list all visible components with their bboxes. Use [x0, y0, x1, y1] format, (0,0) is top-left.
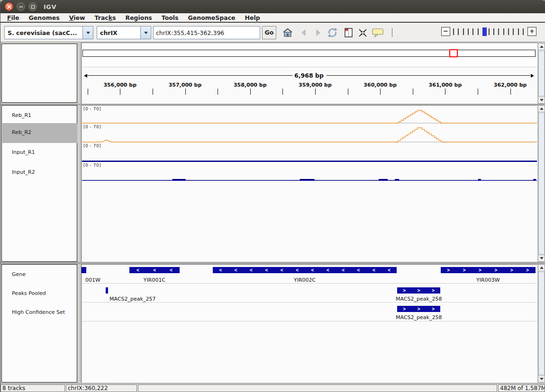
scrollbar-thumb[interactable]: [538, 113, 545, 254]
zoom-slider[interactable]: − +: [440, 27, 540, 37]
feature-name-label: 001W: [85, 277, 100, 283]
refresh-icon[interactable]: [327, 27, 338, 38]
signal-track-input_r2[interactable]: [0 - 70]: [82, 162, 537, 181]
zoom-slider-tick: [518, 28, 519, 35]
feature-macs2_peak_258[interactable]: >>>: [397, 287, 440, 294]
feature-macs2_peak_257[interactable]: [106, 287, 108, 294]
zoom-slider-tick: [523, 28, 524, 35]
strand-arrow-icon: <: [265, 267, 268, 273]
track-label-input_r1[interactable]: Input_R1: [2, 143, 77, 163]
ruler-tick-mark: [413, 89, 413, 95]
minimize-icon[interactable]: [17, 2, 25, 11]
strand-arrow-icon: <: [153, 267, 156, 273]
go-button[interactable]: Go: [262, 26, 276, 39]
zoom-out-button[interactable]: −: [441, 27, 450, 36]
ruler-tick-mark: [153, 89, 153, 95]
track-label-peaks-pooled[interactable]: Peaks Pooled: [2, 290, 77, 296]
track-label-reb_r1[interactable]: Reb_R1: [2, 106, 77, 123]
genome-select-value: S. cerevisiae (sacC...: [5, 29, 82, 36]
strand-arrow-icon: <: [296, 267, 299, 273]
strand-arrow-icon: <: [372, 267, 375, 273]
scroll-up-icon[interactable]: [538, 106, 545, 112]
genome-select[interactable]: S. cerevisiae (sacC...: [4, 26, 93, 39]
chromosome-ideogram[interactable]: [82, 50, 536, 57]
menu-regions[interactable]: Regions: [121, 14, 157, 21]
strand-arrow-icon: <: [342, 267, 345, 273]
strand-arrow-icon: >: [418, 288, 420, 293]
strand-arrow-icon: <: [327, 267, 329, 273]
chromosome-select[interactable]: chrIX: [97, 26, 151, 39]
header-data-panel[interactable]: 6,968 bp 356,000 bp357,000 bp358,000 bp3…: [81, 43, 537, 104]
span-line: [86, 75, 292, 76]
scrollbar-thumb[interactable]: [538, 51, 545, 96]
track-label-reb_r2[interactable]: Reb_R2: [2, 123, 77, 143]
memory-status: 482M of 1,587M: [498, 384, 545, 392]
signal-scrollbar[interactable]: [538, 105, 545, 262]
signal-data-panel[interactable]: [0 - 70][0 - 70][0 - 70][0 - 70]: [81, 105, 537, 262]
scroll-up-icon[interactable]: [538, 265, 545, 271]
scroll-up-icon[interactable]: [538, 44, 545, 50]
zoom-slider-tick: [453, 28, 454, 35]
strand-arrow-icon: <: [234, 267, 237, 273]
feature-yir003w[interactable]: >>>>>>: [441, 267, 536, 273]
locus-input[interactable]: [153, 26, 260, 39]
feature-scrollbar[interactable]: [538, 264, 545, 383]
scroll-down-icon[interactable]: [538, 255, 545, 261]
view-region-red-box[interactable]: [449, 49, 457, 57]
menu-file[interactable]: File: [2, 14, 24, 21]
menu-view[interactable]: View: [64, 14, 90, 21]
close-icon[interactable]: [5, 2, 13, 11]
home-icon[interactable]: [282, 27, 293, 38]
strand-arrow-icon: >: [418, 306, 420, 312]
fit-to-window-icon[interactable]: [357, 27, 368, 38]
signal-track-input_r1[interactable]: [0 - 70]: [82, 143, 537, 162]
feature-name-label: YIR002C: [294, 277, 316, 283]
zoom-in-button[interactable]: +: [527, 27, 536, 36]
ruler-tick-mark: [348, 89, 348, 95]
chevron-down-icon[interactable]: [82, 27, 93, 39]
span-label: 6,968 bp: [294, 72, 324, 79]
region-tool-icon[interactable]: [343, 27, 354, 38]
window-title: IGV: [44, 3, 56, 10]
menu-tools[interactable]: Tools: [157, 14, 183, 21]
menu-genomespace[interactable]: GenomeSpace: [183, 14, 240, 21]
track-label-input_r2[interactable]: Input_R2: [2, 163, 77, 183]
signal-track-reb_r1[interactable]: [0 - 70]: [82, 106, 537, 124]
strand-arrow-icon: <: [311, 267, 314, 273]
ruler[interactable]: 6,968 bp 356,000 bp357,000 bp358,000 bp3…: [82, 67, 537, 103]
forward-icon: [312, 27, 324, 38]
header-label-panel: [1, 44, 77, 103]
zoom-slider-tick: [468, 28, 469, 35]
signal-track-reb_r2[interactable]: [0 - 70]: [82, 124, 537, 143]
menu-help[interactable]: Help: [240, 14, 265, 21]
track-label-gene[interactable]: Gene: [2, 271, 77, 277]
cursor-position-status: chrIX:360,222: [66, 384, 137, 392]
feature-macs2_peak_258[interactable]: >>>: [397, 306, 440, 312]
ruler-tick-label: 361,000 bp: [429, 82, 462, 88]
feature-yir001c[interactable]: <<<: [129, 267, 179, 273]
zoom-slider-tick: [472, 28, 473, 35]
track-label-high-confidence-set[interactable]: High Confidence Set: [2, 309, 77, 315]
feature-data-panel[interactable]: 001W<<<YIR001C<<<<<<<<<<<<YIR002C>>>>>>Y…: [81, 264, 537, 383]
chevron-down-icon[interactable]: [140, 27, 151, 39]
scroll-down-icon[interactable]: [538, 375, 545, 382]
feature-yir002c[interactable]: <<<<<<<<<<<<: [213, 267, 397, 273]
feature-name-label: MACS2_peak_258: [396, 296, 442, 302]
feature-panel: GenePeaks PooledHigh Confidence Set 001W…: [0, 264, 545, 383]
strand-arrow-icon: >: [526, 267, 529, 273]
scroll-down-icon[interactable]: [538, 97, 545, 103]
scrollbar-thumb[interactable]: [538, 272, 545, 375]
menu-genomes[interactable]: Genomes: [24, 14, 64, 21]
tooltip-icon[interactable]: [372, 27, 383, 38]
titlebar[interactable]: IGV: [0, 0, 545, 13]
ruler-tick-mark: [88, 89, 88, 95]
feature-label-panel: GenePeaks PooledHigh Confidence Set: [1, 264, 77, 383]
header-scrollbar[interactable]: [538, 43, 545, 104]
feature-name-label: MACS2_peak_257: [109, 296, 155, 302]
feature-001w[interactable]: [82, 267, 86, 273]
zoom-slider-tick: [503, 28, 504, 35]
ruler-tick-mark: [380, 89, 381, 95]
zoom-slider-thumb[interactable]: [482, 27, 487, 36]
menu-tracks[interactable]: Tracks: [90, 14, 121, 21]
maximize-icon[interactable]: [28, 2, 37, 11]
